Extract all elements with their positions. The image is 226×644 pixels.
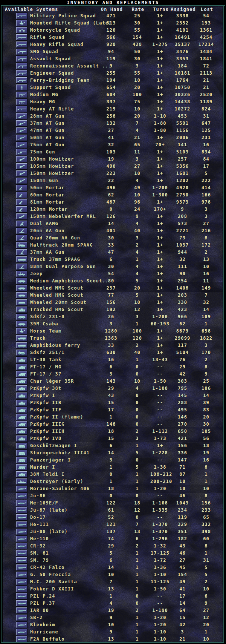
plane-icon[interactable]	[16, 557, 27, 563]
inventory-row[interactable]: Ju-88 (late) 137 13 1-370 351 398	[3, 528, 223, 535]
inventory-row[interactable]: SdKfz 231-8 26 3 1-200 966 109	[3, 313, 223, 320]
inventory-row[interactable]: SMG Squad 94 50 1+ 3476 1484	[3, 48, 223, 55]
inventory-row[interactable]: Truck 1363 120 1+ 29099 1822	[3, 334, 223, 342]
inventory-row[interactable]: 81mm Mortar 487 96 1+ 9373 978	[3, 198, 223, 205]
inventory-row[interactable]: 75mm AT Gun 32 65 70+ 141 16	[3, 141, 223, 148]
inventory-row[interactable]: 37mm AA Gun 47 4 1+ 944 2	[3, 248, 223, 256]
howitzer-icon[interactable]	[16, 156, 27, 162]
aamg-icon[interactable]	[16, 221, 27, 227]
rifle-icon[interactable]	[16, 13, 27, 19]
inventory-row[interactable]: He-111 121 7 1-370 329 332	[3, 521, 223, 528]
atgun-icon[interactable]	[16, 127, 27, 133]
spg-icon[interactable]	[16, 464, 27, 470]
atgun-icon[interactable]	[16, 142, 27, 148]
car-icon[interactable]	[16, 292, 27, 298]
howitzer-icon[interactable]	[16, 178, 27, 184]
plane-icon[interactable]	[16, 593, 27, 599]
inventory-row[interactable]: F2A Buffalo 13 1 1-10 21 10	[3, 635, 223, 642]
inventory-row[interactable]: FT-17 / 37 3 0 -- 42 9	[3, 370, 223, 377]
mortar-icon[interactable]	[16, 185, 27, 191]
inventory-row[interactable]: Halftrack 20mm SPAAG 33 2 1+ 1037 172	[3, 241, 223, 248]
inventory-row[interactable]: 150mm Howitzer 223 10 1+ 1681 5	[3, 170, 223, 177]
inventory-row[interactable]: 60mm Mortar 62 10 1-300 2750 166	[3, 191, 223, 198]
inventory-row[interactable]: Marder I 1 5 1-38 71 8	[3, 463, 223, 471]
tank-icon[interactable]	[16, 307, 27, 313]
plane-icon[interactable]	[16, 629, 27, 635]
smg-icon[interactable]	[16, 63, 27, 69]
inventory-row[interactable]: M.C. 200 Saetta 7 1 11-125 49 2	[3, 578, 223, 585]
car-icon[interactable]	[16, 314, 27, 320]
inventory-row[interactable]: Wheeled 20mm Scout 156 10 1+ 330 32	[3, 299, 223, 306]
spg-icon[interactable]	[16, 443, 27, 449]
inventory-row[interactable]: Military Police Squad 471 25 1+ 3338 54	[3, 12, 223, 19]
plane-icon[interactable]	[16, 521, 27, 527]
horse-icon[interactable]	[16, 328, 27, 334]
plane-icon[interactable]	[16, 586, 27, 592]
inventory-row[interactable]: PzKpfw I 43 0 -- 145 14	[3, 392, 223, 399]
inventory-row[interactable]: Rifle Squad 566 154 1+ 16491 4254	[3, 34, 223, 41]
inventory-row[interactable]: 150mm NebelWerfer MRL 126 9 1+ 208 3	[3, 213, 223, 220]
inventory-row[interactable]: 20mm AA Gun 401 40 1+ 2721 216	[3, 227, 223, 234]
inventory-row[interactable]: SM. 79 6 1 1-72 27 31	[3, 557, 223, 564]
tank-icon[interactable]	[16, 364, 27, 370]
ship-icon[interactable]	[16, 478, 27, 485]
truck-icon[interactable]	[16, 342, 27, 348]
inventory-row[interactable]: PzKpfw 38t 29 4 1-100 795 106	[3, 385, 223, 392]
tank-icon[interactable]	[16, 393, 27, 399]
plane-icon[interactable]	[16, 493, 27, 499]
inventory-row[interactable]: Heavy MG 337 75 1+ 14438 1189	[3, 98, 223, 105]
spg-icon[interactable]	[16, 457, 27, 463]
howitzer-icon[interactable]	[16, 170, 27, 176]
tank-icon[interactable]	[16, 371, 27, 377]
inventory-row[interactable]: IAR 80 19 2 1-190 64 27	[3, 607, 223, 614]
plane-icon[interactable]	[16, 486, 27, 492]
inventory-row[interactable]: 37mm AT Gun 132 7 1-80 5591 647	[3, 120, 223, 127]
tank-icon[interactable]	[16, 471, 27, 477]
inventory-row[interactable]: Char léger 35R 143 10 1-50 303 25	[3, 377, 223, 385]
inventory-row[interactable]: Assault Squad 119 30 1+ 3353 1841	[3, 55, 223, 62]
inventory-row[interactable]: Me-110 74 6 1-296 182 60	[3, 535, 223, 542]
inventory-row[interactable]: Motorcycle Squad 120 55 1+ 4101 1361	[3, 26, 223, 34]
inventory-row[interactable]: 50mm Mortar 496 49 1-200 4920 414	[3, 184, 223, 191]
smg-icon[interactable]	[16, 70, 27, 76]
plane-icon[interactable]	[16, 622, 27, 628]
inventory-row[interactable]: Engineer Squad 255 55 1+ 10181 2113	[3, 69, 223, 77]
inventory-row[interactable]: CR-32 29 2 1-32 43 8	[3, 542, 223, 549]
inventory-row[interactable]: Heavy AT Rifle 219 10 1+ 10272 824	[3, 105, 223, 112]
inventory-row[interactable]: Horse Team 1280 100 1+ 8679 658	[3, 327, 223, 334]
mrl-icon[interactable]	[16, 213, 27, 219]
atgun-icon[interactable]	[16, 135, 27, 141]
rifle-icon[interactable]	[16, 41, 27, 48]
inventory-row[interactable]: Dual AAMG 14 4 1+ 573 27	[3, 220, 223, 227]
inventory-row[interactable]: Fokker D XXIII 13 1 1-50 41 10	[3, 585, 223, 592]
plane-icon[interactable]	[16, 536, 27, 542]
tank-icon[interactable]	[16, 407, 27, 413]
inventory-row[interactable]: Quad 20mm AA Gun 30 3 1+ 73 8	[3, 234, 223, 241]
inventory-row[interactable]: Medium MG 684 100 1+ 30326 2520	[3, 91, 223, 98]
plane-icon[interactable]	[16, 514, 27, 520]
inventory-row[interactable]: Blenheim 10 1 1-20 42 20	[3, 621, 223, 628]
howitzer-icon[interactable]	[16, 163, 27, 169]
inventory-row[interactable]: 38M Toldi I 0 1 108-212 87 1	[3, 471, 223, 478]
plane-icon[interactable]	[16, 607, 27, 613]
inventory-row[interactable]: PZL P.24 1 0 -- 17 6	[3, 592, 223, 600]
plane-icon[interactable]	[16, 543, 27, 549]
inventory-row[interactable]: SdKfz 251/1 630 40 1+ 5184 170	[3, 349, 223, 356]
inventory-row[interactable]: 105mm Howitzer 490 27 1+ 5356 17	[3, 163, 223, 170]
mg-icon[interactable]	[16, 92, 27, 98]
inventory-row[interactable]: PzKpfw IIIH 18 2 1-112 650 105	[3, 428, 223, 435]
atgun-icon[interactable]	[16, 113, 27, 119]
plane-icon[interactable]	[16, 564, 27, 570]
spg-icon[interactable]	[16, 450, 27, 456]
car-icon[interactable]	[16, 299, 27, 305]
plane-icon[interactable]	[16, 550, 27, 556]
truck-icon[interactable]	[16, 256, 27, 262]
car-icon[interactable]	[16, 321, 27, 327]
inventory-row[interactable]: Jeep 54 4 1+ 90 16	[3, 270, 223, 277]
mortar-icon[interactable]	[16, 206, 27, 212]
jeep-icon[interactable]	[16, 271, 27, 277]
inventory-row[interactable]: 150mm Gun 22 4 1+ 1282 222	[3, 177, 223, 184]
plane-icon[interactable]	[16, 600, 27, 606]
tank-icon[interactable]	[16, 385, 27, 391]
plane-icon[interactable]	[16, 500, 27, 506]
